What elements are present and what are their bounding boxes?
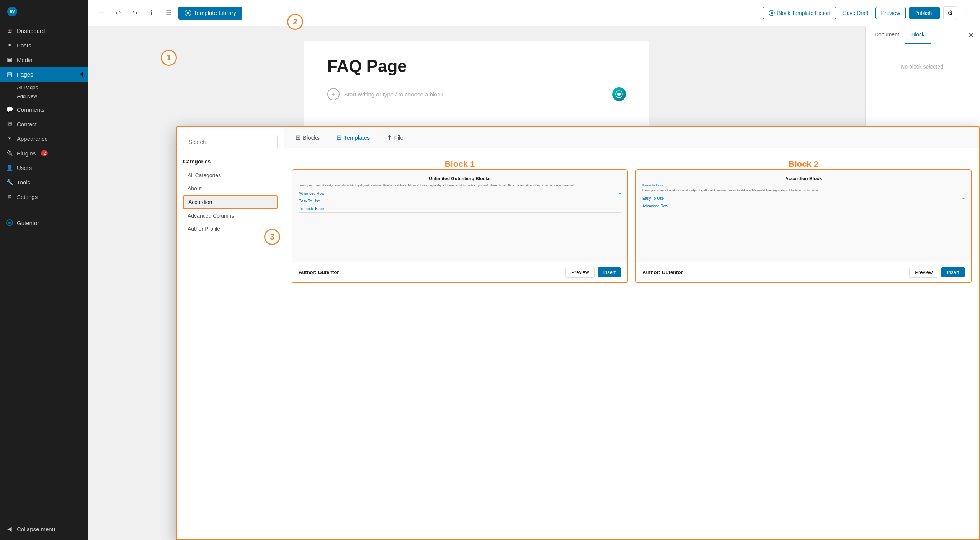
template-card-1: Unlimited Gutenberg Blocks Lorem ipsum d… (292, 169, 628, 283)
wp-logo: W (6, 5, 18, 18)
block1-column: Block 1 Unlimited Gutenberg Blocks Lorem… (292, 156, 628, 532)
info-btn[interactable]: ℹ (145, 6, 158, 20)
category-advanced-columns[interactable]: Advanced Columns (183, 210, 278, 222)
appearance-icon: ✶ (6, 135, 13, 142)
modal-tab-templates[interactable]: ⊟ Templates (333, 132, 374, 144)
modal-tab-blocks[interactable]: ⊞ Blocks (292, 132, 323, 144)
gutentor-icon (6, 219, 13, 226)
block2-column: Block 2 Accordion Block Premade Block Lo… (635, 156, 972, 532)
card1-item1: Advanced Row − (299, 190, 621, 197)
plugins-badge: 2 (41, 150, 48, 156)
category-all[interactable]: All Categories (183, 169, 278, 181)
categories-label: Categories (183, 158, 278, 165)
block2-label: Block 2 (635, 156, 972, 169)
card2-desc: Lorem ipsum dolor sit amet, consectetur … (642, 189, 965, 193)
publish-btn[interactable]: Publish . (909, 7, 940, 19)
templates-tab-icon: ⊟ (336, 134, 341, 141)
modal-sidebar: Categories All Categories About Accordio… (177, 127, 284, 539)
annotation-num1: 1 (161, 50, 177, 66)
all-pages-link[interactable]: All Pages (17, 83, 88, 92)
settings-gear-btn[interactable]: ⚙ (943, 6, 957, 20)
tab-block[interactable]: Block (905, 26, 931, 44)
card1-item2: Easy To Use − (299, 197, 621, 205)
card1-item3: Premade Block − (299, 205, 621, 213)
file-tab-icon: ⬆ (387, 134, 392, 141)
category-author-profile[interactable]: Author Profile (183, 223, 278, 235)
more-options-btn[interactable]: ⋮ (960, 6, 974, 20)
page-title[interactable]: FAQ Page (327, 57, 626, 76)
sidebar-item-contact[interactable]: ✉ Contact (0, 117, 88, 131)
sidebar-item-pages[interactable]: ▤ Pages (0, 67, 88, 82)
save-draft-btn[interactable]: Save Draft (839, 7, 872, 19)
collapse-icon: ◀ (6, 525, 13, 532)
svg-point-5 (187, 12, 189, 14)
svg-point-9 (617, 93, 621, 96)
template-card-2: Accordion Block Premade Block Lorem ipsu… (635, 169, 972, 283)
modal-tabs: ⊞ Blocks ⊟ Templates ⬆ File (284, 127, 979, 148)
sidebar-header: W (0, 0, 88, 23)
annotation-num3: 3 (264, 229, 280, 245)
template-library-modal: Categories All Categories About Accordio… (176, 126, 980, 540)
sidebar-item-posts[interactable]: ✦ Posts (0, 38, 88, 52)
tools-icon: 🔧 (6, 179, 13, 186)
add-block-toolbar-btn[interactable]: ＋ (94, 6, 108, 20)
modal-content: ⊞ Blocks ⊟ Templates ⬆ File Block 1 (284, 127, 979, 539)
add-block-btn[interactable]: ＋ (327, 88, 340, 100)
annotation-num2: 2 (287, 14, 303, 30)
media-icon: ▣ (6, 56, 13, 63)
block-export-btn[interactable]: Block Template Export (763, 7, 836, 19)
template-preview-1: Unlimited Gutenberg Blocks Lorem ipsum d… (292, 170, 627, 262)
card2-footer: Author: Gutentor Preview Insert (636, 262, 971, 282)
svg-point-7 (771, 12, 773, 14)
card2-insert-btn[interactable]: Insert (941, 267, 965, 277)
sidebar-item-tools[interactable]: 🔧 Tools (0, 175, 88, 189)
sidebar-item-users[interactable]: 👤 Users (0, 160, 88, 175)
block-add-area: ＋ Start writing or type / to choose a bl… (327, 87, 626, 101)
search-input[interactable] (183, 135, 278, 149)
pages-submenu: All Pages Add New (0, 82, 88, 102)
block1-label: Block 1 (292, 156, 628, 169)
plugins-icon: 🔌 (6, 150, 13, 157)
sidebar-item-comments[interactable]: 💬 Comments (0, 102, 88, 117)
card1-preview-btn[interactable]: Preview (565, 267, 595, 278)
svg-text:W: W (10, 8, 15, 15)
category-accordion[interactable]: Accordion (183, 195, 278, 209)
template-preview-2: Accordion Block Premade Block Lorem ipsu… (636, 170, 971, 262)
template-library-btn[interactable]: Template Library (178, 7, 242, 20)
contact-icon: ✉ (6, 121, 13, 127)
comments-icon: 💬 (6, 106, 13, 113)
panel-close-btn[interactable]: ✕ (965, 28, 977, 42)
template-grid: Block 1 Unlimited Gutenberg Blocks Lorem… (284, 148, 979, 539)
posts-icon: ✦ (6, 42, 13, 49)
panel-tabs: Document Block ✕ (866, 26, 980, 44)
no-block-message: No block selected. (866, 56, 980, 77)
undo-btn[interactable]: ↩ (111, 6, 125, 20)
tab-document[interactable]: Document (869, 26, 905, 44)
pages-arrow (80, 67, 88, 82)
blocks-tab-icon: ⊞ (296, 134, 301, 141)
sidebar-item-settings[interactable]: ⚙ Settings (0, 189, 88, 204)
sidebar-item-plugins[interactable]: 🔌 Plugins 2 (0, 146, 88, 160)
card2-item1: Easy To Use − (642, 195, 965, 202)
toolbar-right: Block Template Export Save Draft Preview… (763, 6, 974, 20)
card2-preview-btn[interactable]: Preview (909, 267, 938, 278)
category-about[interactable]: About (183, 182, 278, 194)
sidebar-item-dashboard[interactable]: ⊞ Dashboard (0, 23, 88, 38)
card1-author: Author: Gutentor (299, 269, 565, 275)
sidebar-item-gutentor[interactable]: Gutentor (6, 215, 82, 230)
card1-insert-btn[interactable]: Insert (598, 267, 621, 277)
users-icon: 👤 (6, 164, 13, 171)
add-new-link[interactable]: Add New (17, 92, 88, 101)
collapse-menu[interactable]: ◀ Collapse menu (0, 518, 88, 540)
svg-point-3 (8, 222, 11, 224)
dashboard-icon: ⊞ (6, 27, 13, 34)
redo-btn[interactable]: ↪ (128, 6, 142, 20)
preview-btn[interactable]: Preview (875, 7, 906, 19)
menu-btn[interactable]: ☰ (162, 6, 175, 20)
sidebar: W ⊞ Dashboard ✦ Posts ▣ Media ▤ Pages Al… (0, 0, 88, 540)
modal-tab-file[interactable]: ⬆ File (383, 132, 407, 144)
card1-desc: Lorem ipsum dolor sit amet, consectetur … (299, 184, 621, 188)
sidebar-item-appearance[interactable]: ✶ Appearance (0, 131, 88, 146)
sidebar-item-media[interactable]: ▣ Media (0, 52, 88, 67)
card2-title: Accordion Block (642, 176, 965, 181)
